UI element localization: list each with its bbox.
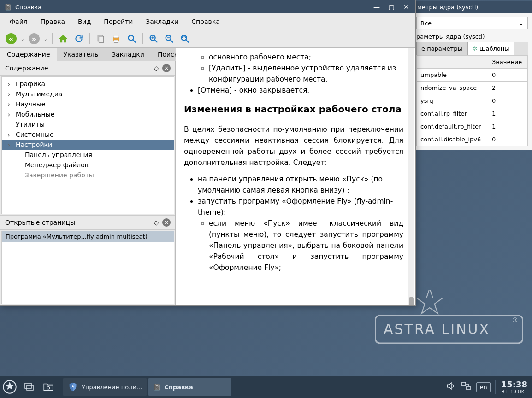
volume-icon[interactable] [446,381,456,393]
close-pane-icon[interactable]: ✕ [162,218,171,227]
open-pages-header: Открытые страницы ◇ ✕ [0,216,175,230]
table-row: ndomize_va_space2 [417,82,528,94]
svg-line-10 [155,40,158,43]
brand-text: ASTRA LINUX [384,321,490,337]
keyboard-lang[interactable]: en [476,382,490,392]
titlebar[interactable]: 📓 Справка — ▢ ✕ [0,0,415,13]
close-pane-icon[interactable]: ✕ [162,64,171,72]
tab-bookmarks[interactable]: Закладки [105,48,151,61]
network-icon[interactable] [461,380,472,393]
taskbar: Управление поли... 📓 Справка en 15:38 ВТ… [0,376,532,398]
tree-item-filemanager[interactable]: Менеджер файлов [2,160,174,170]
menu-help[interactable]: Справка [185,15,226,28]
task-item-help[interactable]: 📓 Справка [148,378,231,396]
svg-rect-6 [114,40,118,43]
svg-rect-19 [25,383,31,388]
svg-point-21 [47,386,49,389]
find-button[interactable] [125,32,139,46]
content-heading: Изменения в настройках рабочего стола [184,102,403,117]
file-manager-button[interactable] [39,376,58,398]
svg-rect-20 [27,385,33,390]
book-icon: 📓 [4,4,12,11]
minimize-button[interactable]: — [371,2,382,12]
sysctl-table: Значение umpable0 ndomize_va_space2 ysrq… [416,55,528,146]
gear-icon: ✲ [473,45,478,52]
tab-templates[interactable]: ✲ Шаблоны [467,42,514,55]
task-label: Справка [164,384,193,391]
open-pages-title: Открытые страницы [5,219,75,226]
help-content[interactable]: основного рабочего места; [Удалить] - вы… [176,48,415,305]
table-row: umpable0 [417,69,528,82]
svg-rect-23 [462,382,466,386]
tree-item-settings[interactable]: Настройки [2,140,174,150]
tree-item-control-panel[interactable]: Панель управления [2,150,174,160]
category-dropdown[interactable]: Все ⌄ [416,17,528,29]
content-text: на панели управления открыть меню «Пуск»… [198,174,403,196]
table-row: conf.all.disable_ipv60 [417,133,528,146]
back-button[interactable]: « [4,32,18,46]
content-paragraph: В целях безопасности по-умолчанию при пе… [184,124,403,168]
menu-go[interactable]: Перейти [97,15,139,28]
reload-button[interactable] [72,32,86,46]
tab-contents[interactable]: Содержание [0,48,57,61]
task-item-policy[interactable]: Управление поли... [63,378,147,396]
contents-pane-title: Содержание [5,64,48,72]
menu-view[interactable]: Вид [71,15,97,28]
detach-icon[interactable]: ◇ [152,64,160,72]
open-page-item[interactable]: Программа «Мультитер...fly-admin-multise… [2,231,174,242]
zoom-reset-button[interactable] [178,32,192,46]
menu-bookmarks[interactable]: Закладки [139,15,185,28]
detach-icon[interactable]: ◇ [152,218,160,227]
home-button[interactable] [56,32,70,46]
show-desktop[interactable] [19,376,39,398]
book-icon: 📓 [153,384,160,391]
content-text: основного рабочего места; [209,52,403,63]
svg-line-14 [171,40,173,43]
close-button[interactable]: ✕ [401,2,412,12]
svg-point-7 [129,35,134,41]
tab-params[interactable]: е параметры [416,42,467,55]
table-row: conf.all.rp_filter1 [417,107,528,120]
table-row: conf.default.rp_filter1 [417,120,528,133]
scrollbar-thumb[interactable] [409,297,414,305]
svg-line-8 [133,40,136,43]
tree-item-multimedia[interactable]: Мультимедиа [2,89,174,99]
open-pages-list[interactable]: Программа «Мультитер...fly-admin-multise… [1,231,174,304]
table-row: ysrq0 [417,94,528,107]
contents-tree[interactable]: Графика Мультимедиа Научные Мобильные Ут… [1,76,174,214]
content-text: запустить программу «Оформление Fly» (fl… [198,196,403,273]
back-drop[interactable]: ⌄ [20,36,25,41]
tree-item-utilities[interactable]: Утилиты [2,119,174,129]
start-button[interactable] [0,376,19,398]
help-window: 📓 Справка — ▢ ✕ Файл Правка Вид Перейти … [0,0,416,306]
tab-index[interactable]: Указатель [57,48,106,61]
sysctl-subtitle: раметры ядра (sysctl) [416,29,528,42]
forward-drop[interactable]: ⌄ [43,36,48,41]
maximize-button[interactable]: ▢ [386,2,397,12]
svg-rect-24 [467,386,470,390]
print-button[interactable] [109,32,123,46]
menu-edit[interactable]: Правка [34,15,71,28]
tree-item-graphics[interactable]: Графика [2,79,174,89]
left-panel: Содержание Указатель Закладки Поиск Соде… [0,48,176,305]
forward-button[interactable]: » [27,32,41,46]
clock-date: ВТ, 19 ОКТ [501,389,527,394]
sysctl-title: метры ядра (sysctl) [413,1,532,13]
task-label: Управление поли... [82,384,142,391]
dropdown-value: Все [420,20,432,27]
svg-text:®: ® [512,316,518,324]
copy-button[interactable] [94,32,107,46]
tree-item-shutdown[interactable]: Завершение работы [2,170,174,180]
scrollbar[interactable] [408,48,414,305]
tree-item-science[interactable]: Научные [2,99,174,109]
window-title: Справка [15,4,41,11]
clock[interactable]: 15:38 ВТ, 19 ОКТ [495,380,532,394]
zoom-out-button[interactable] [162,32,176,46]
chevron-down-icon: ⌄ [519,20,524,27]
tree-item-mobile[interactable]: Мобильные [2,109,174,119]
svg-rect-5 [114,35,118,38]
zoom-in-button[interactable] [147,32,160,46]
tree-item-system[interactable]: Системные [2,129,174,140]
shield-icon [68,382,78,392]
menu-file[interactable]: Файл [3,15,34,28]
